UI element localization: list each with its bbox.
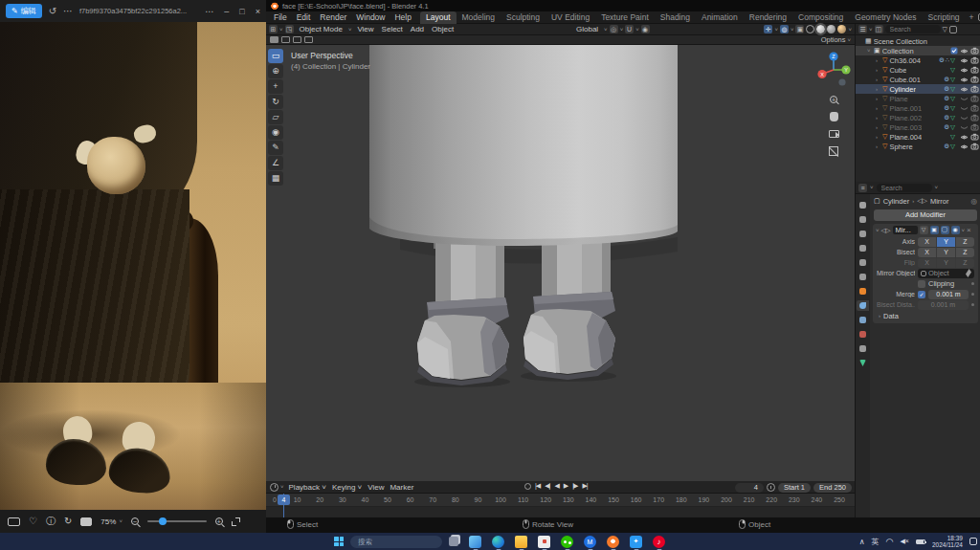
animate-dot[interactable] (971, 303, 974, 306)
animate-dot[interactable] (971, 282, 974, 285)
menu-file[interactable]: File (269, 12, 292, 22)
shading-solid-icon[interactable] (816, 25, 825, 33)
zoom-slider-thumb[interactable] (159, 517, 167, 525)
merge-checkbox[interactable]: ✓ (918, 291, 925, 298)
start-button[interactable] (334, 537, 344, 546)
outliner-item-cylinder[interactable]: ›▽Cylinder⚙▽ (856, 84, 980, 94)
tool-add-cube[interactable]: ▦ (268, 171, 283, 186)
bisect-z-button[interactable]: Z (956, 248, 974, 257)
workspace-tab-sculpting[interactable]: Sculpting (501, 11, 546, 24)
outliner-item-plane[interactable]: ›▽Plane⚙▽ (856, 94, 980, 103)
eyedropper-icon[interactable] (966, 269, 971, 277)
transport-prev-key[interactable]: ◀| (544, 482, 550, 490)
viewport-pan-hand-icon[interactable] (829, 111, 839, 121)
outliner-item-plane-001[interactable]: ›▽Plane.001⚙▽ (856, 103, 980, 113)
favorite-icon[interactable]: ♡ (29, 517, 37, 526)
collapse-icon[interactable]: ˅ (876, 228, 880, 233)
taskbar-app-music[interactable]: ♪ (653, 536, 665, 548)
add-workspace-button[interactable]: + (966, 12, 978, 22)
outliner-item-plane-004[interactable]: ›▽Plane.004▽ (856, 132, 980, 142)
rotate-icon[interactable]: ↺ (49, 7, 56, 16)
menu-help[interactable]: Help (390, 12, 415, 22)
wifi-icon[interactable]: ◠ (886, 537, 894, 546)
taskbar-app-editor[interactable]: ✦ (630, 536, 642, 548)
clock[interactable]: 18:39 2024/11/24 (932, 535, 963, 548)
properties-tab-view-layer[interactable] (857, 243, 869, 253)
properties-tab-object[interactable] (857, 286, 869, 297)
viewport-camera-icon[interactable] (829, 128, 839, 139)
properties-tab-scene[interactable] (857, 257, 869, 268)
ime-indicator[interactable]: 英 (872, 537, 880, 547)
axis-y-button[interactable]: Y (937, 237, 956, 247)
properties-search-input[interactable] (877, 184, 932, 192)
properties-tab-modifiers[interactable] (857, 300, 869, 311)
timeline-ruler[interactable]: 0102030405060708090100110120130140150160… (266, 494, 855, 507)
taskbar-app-wechat[interactable] (561, 536, 573, 548)
pivot-point-icon[interactable]: ◎ (610, 25, 618, 33)
more-options-icon[interactable]: ⋯ (63, 7, 73, 16)
properties-tab-output[interactable] (857, 229, 869, 239)
display-edit-mode-toggle[interactable]: ▣ (930, 226, 939, 234)
pin-icon[interactable]: ◎ (970, 197, 977, 206)
options-dropdown[interactable]: Options ˅ (821, 35, 851, 44)
outliner-item-cube[interactable]: ›▽Cube▽ (856, 65, 980, 75)
select-mode-extend-icon[interactable] (281, 36, 290, 43)
transport-jump-end[interactable]: ▶| (581, 482, 588, 490)
taskbar-app-blender[interactable] (607, 536, 619, 548)
viewport-menu-object[interactable]: Object (428, 25, 457, 33)
outliner-search-input[interactable] (885, 25, 941, 33)
outliner-item-collection[interactable]: ˅▣Collection (856, 46, 980, 55)
clipping-checkbox[interactable] (918, 280, 925, 288)
breadcrumb-object[interactable]: Cylinder (883, 197, 910, 206)
workspace-tab-scripting[interactable]: Scripting (923, 11, 966, 24)
workspace-tab-shading[interactable]: Shading (655, 11, 696, 24)
tray-expand-icon[interactable]: ∧ (859, 538, 865, 546)
filmstrip-icon[interactable] (8, 517, 20, 526)
merge-value-field[interactable]: 0.001 m (928, 290, 969, 299)
select-mode-intersect-icon[interactable] (304, 36, 313, 43)
show-overlays-icon[interactable]: ◍ (780, 25, 789, 33)
transport-play[interactable]: ▶ (563, 482, 568, 490)
start-frame-field[interactable]: Start 1 (778, 483, 811, 493)
properties-tab-world[interactable] (857, 272, 869, 282)
timeline-menu-keying[interactable]: Keying ˅ (329, 483, 365, 492)
zoom-level-dropdown[interactable]: 75% ˅ (100, 517, 122, 526)
filter-icon[interactable]: ▽ (943, 26, 947, 33)
properties-tab-tool[interactable] (857, 200, 869, 210)
bisect-x-button[interactable]: X (918, 248, 937, 257)
volume-icon[interactable]: ◀× (900, 538, 908, 545)
close-button[interactable]: × (256, 7, 260, 16)
properties-editor-icon[interactable]: ≡ (858, 184, 867, 192)
transport-next-key[interactable]: |▶ (571, 482, 578, 490)
shading-rendered-icon[interactable] (837, 25, 846, 33)
display-on-cage-toggle[interactable]: ▽ (920, 226, 928, 234)
outliner-item-cube-001[interactable]: ›▽Cube.001⚙▽ (856, 75, 980, 84)
taskbar-app-mail[interactable]: M (584, 536, 596, 548)
outliner-item-plane-002[interactable]: ›▽Plane.002⚙▽ (856, 113, 980, 122)
photo-canvas[interactable] (0, 22, 266, 510)
workspace-tab-geometry-nodes[interactable]: Geometry Nodes (849, 11, 922, 24)
notification-icon[interactable] (969, 538, 977, 545)
current-frame-field[interactable]: 4 (735, 483, 764, 493)
workspace-tab-compositing[interactable]: Compositing (792, 11, 849, 24)
workspace-tab-modeling[interactable]: Modeling (457, 11, 501, 24)
modifier-name-field[interactable]: Mir... (893, 226, 918, 234)
edit-button[interactable]: ✎ 编辑 (6, 4, 42, 18)
outliner-item-plane-003[interactable]: ›▽Plane.003⚙▽ (856, 122, 980, 132)
snap-magnet-icon[interactable]: U (625, 25, 634, 33)
auto-keying-icon[interactable] (524, 483, 531, 490)
show-gizmo-icon[interactable]: ✛ (764, 25, 772, 33)
tool-annotate[interactable]: ✎ (268, 141, 283, 155)
properties-tab-render[interactable] (857, 214, 869, 225)
display-mode-icon[interactable]: ◫ (875, 25, 883, 33)
viewport-menu-select[interactable]: Select (378, 25, 407, 33)
select-mode-subtract-icon[interactable] (293, 36, 301, 43)
tool-measure[interactable]: ∠ (268, 156, 283, 170)
shading-material-icon[interactable] (827, 25, 835, 33)
timeline-menu-marker[interactable]: Marker (387, 483, 416, 492)
display-render-toggle[interactable]: ◉ (951, 226, 960, 234)
properties-tab-particles[interactable] (857, 315, 869, 325)
timeline-menu-view[interactable]: View (365, 483, 387, 492)
tool-transform[interactable]: ◉ (268, 125, 283, 140)
mirror-object-field[interactable]: Object (918, 269, 974, 278)
